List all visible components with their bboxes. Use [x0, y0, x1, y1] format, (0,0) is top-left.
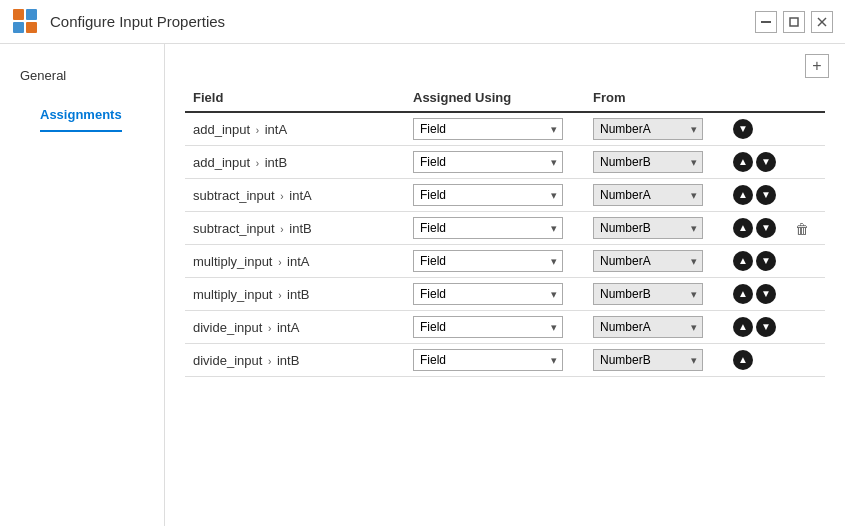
chevron-right-icon: › [268, 323, 271, 334]
field-cell: subtract_input › intB [185, 212, 405, 245]
arrow-buttons [733, 350, 777, 370]
table-row: divide_input › intBFieldNumberB [185, 344, 825, 377]
from-select[interactable]: NumberA [593, 316, 703, 338]
up-arrow-button[interactable] [733, 284, 753, 304]
arrow-buttons [733, 185, 777, 205]
assigned-select[interactable]: Field [413, 283, 563, 305]
from-select[interactable]: NumberB [593, 283, 703, 305]
assigned-select[interactable]: Field [413, 316, 563, 338]
assigned-cell: Field [405, 245, 585, 278]
title-bar-controls [755, 11, 833, 33]
main-layout: General Assignments + Field Assigned Usi… [0, 44, 845, 526]
assigned-select[interactable]: Field [413, 151, 563, 173]
delete-cell [785, 278, 825, 311]
field-cell: subtract_input › intA [185, 179, 405, 212]
chevron-right-icon: › [268, 356, 271, 367]
field-sub: intB [265, 155, 287, 170]
arrows-cell [725, 146, 785, 179]
from-select[interactable]: NumberB [593, 217, 703, 239]
field-name: add_input [193, 155, 250, 170]
window-title: Configure Input Properties [50, 13, 225, 30]
up-arrow-button[interactable] [733, 185, 753, 205]
from-cell: NumberB [585, 278, 725, 311]
assigned-select[interactable]: Field [413, 217, 563, 239]
delete-cell [785, 212, 825, 245]
down-arrow-button[interactable] [756, 152, 776, 172]
close-button[interactable] [811, 11, 833, 33]
restore-button[interactable] [783, 11, 805, 33]
up-arrow-button[interactable] [733, 218, 753, 238]
col-header-arrows [725, 84, 785, 112]
from-select-wrap: NumberA [593, 316, 703, 338]
down-arrow-button[interactable] [756, 251, 776, 271]
from-cell: NumberB [585, 344, 725, 377]
col-header-actions [785, 84, 825, 112]
svg-rect-1 [26, 9, 37, 20]
assigned-cell: Field [405, 112, 585, 146]
assigned-cell: Field [405, 311, 585, 344]
arrows-cell [725, 112, 785, 146]
field-cell: multiply_input › intB [185, 278, 405, 311]
arrows-cell [725, 212, 785, 245]
up-arrow-button[interactable] [733, 350, 753, 370]
field-sub: intA [287, 254, 309, 269]
field-sub: intA [289, 188, 311, 203]
chevron-right-icon: › [278, 257, 281, 268]
field-sub: intB [289, 221, 311, 236]
arrows-cell [725, 245, 785, 278]
chevron-right-icon: › [280, 191, 283, 202]
from-cell: NumberA [585, 179, 725, 212]
minimize-button[interactable] [755, 11, 777, 33]
arrows-cell [725, 344, 785, 377]
down-arrow-button[interactable] [733, 119, 753, 139]
down-arrow-button[interactable] [756, 218, 776, 238]
from-select[interactable]: NumberB [593, 349, 703, 371]
from-select[interactable]: NumberA [593, 184, 703, 206]
title-bar-left: Configure Input Properties [12, 8, 225, 36]
assigned-select-wrap: Field [413, 316, 563, 338]
table-row: multiply_input › intBFieldNumberB [185, 278, 825, 311]
sidebar-item-general[interactable]: General [0, 60, 164, 91]
arrow-buttons [733, 317, 777, 337]
from-select[interactable]: NumberA [593, 118, 703, 140]
delete-button[interactable] [793, 218, 811, 239]
up-arrow-button[interactable] [733, 152, 753, 172]
delete-cell [785, 112, 825, 146]
sidebar-item-assignments[interactable]: Assignments [40, 99, 122, 132]
down-arrow-button[interactable] [756, 185, 776, 205]
field-cell: divide_input › intB [185, 344, 405, 377]
chevron-right-icon: › [278, 290, 281, 301]
arrow-buttons [733, 251, 777, 271]
assigned-select-wrap: Field [413, 283, 563, 305]
assigned-select-wrap: Field [413, 184, 563, 206]
up-arrow-button[interactable] [733, 317, 753, 337]
field-cell: divide_input › intA [185, 311, 405, 344]
down-arrow-button[interactable] [756, 284, 776, 304]
chevron-right-icon: › [256, 158, 259, 169]
assigned-select[interactable]: Field [413, 118, 563, 140]
table-row: subtract_input › intAFieldNumberA [185, 179, 825, 212]
assigned-select[interactable]: Field [413, 184, 563, 206]
field-name: multiply_input [193, 254, 273, 269]
chevron-right-icon: › [280, 224, 283, 235]
arrow-buttons [733, 152, 777, 172]
svg-rect-4 [761, 21, 771, 23]
assigned-select-wrap: Field [413, 349, 563, 371]
delete-cell [785, 311, 825, 344]
down-arrow-button[interactable] [756, 317, 776, 337]
from-select-wrap: NumberA [593, 250, 703, 272]
field-cell: add_input › intB [185, 146, 405, 179]
from-select-wrap: NumberB [593, 349, 703, 371]
assigned-select-wrap: Field [413, 250, 563, 272]
from-cell: NumberA [585, 112, 725, 146]
delete-cell [785, 146, 825, 179]
assigned-select[interactable]: Field [413, 349, 563, 371]
arrow-buttons [733, 218, 777, 238]
from-select[interactable]: NumberA [593, 250, 703, 272]
col-header-assigned: Assigned Using [405, 84, 585, 112]
add-button[interactable]: + [805, 54, 829, 78]
up-arrow-button[interactable] [733, 251, 753, 271]
from-select[interactable]: NumberB [593, 151, 703, 173]
assigned-select[interactable]: Field [413, 250, 563, 272]
svg-rect-5 [790, 18, 798, 26]
